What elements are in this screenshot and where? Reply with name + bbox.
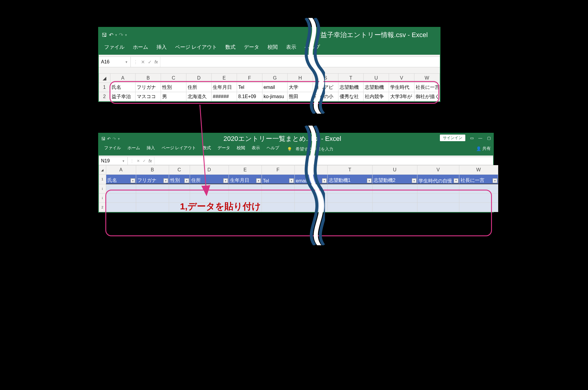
cell[interactable] <box>327 194 372 203</box>
col-header[interactable]: V <box>417 165 459 175</box>
cell[interactable] <box>190 184 229 194</box>
col-header[interactable]: D <box>190 165 229 175</box>
cell[interactable] <box>417 194 459 203</box>
cell[interactable]: 住所 <box>186 83 212 92</box>
col-header[interactable]: T <box>327 165 372 175</box>
cell[interactable] <box>372 184 417 194</box>
col-header[interactable]: V <box>389 74 414 83</box>
row-header[interactable]: i <box>99 194 106 203</box>
tab-help[interactable]: ヘルプ <box>265 144 280 154</box>
col-header[interactable]: G <box>262 74 288 83</box>
table-header-cell[interactable]: フリガナ▾ <box>136 175 169 184</box>
cell[interactable]: 生年月日 <box>212 83 237 92</box>
cell[interactable]: マスココ <box>136 92 161 101</box>
cell[interactable] <box>169 203 190 212</box>
undo-icon[interactable]: ↶ <box>107 136 111 141</box>
table-header-cell[interactable]: 志望動機1▾ <box>327 175 372 184</box>
minimize-icon[interactable]: — <box>478 136 482 140</box>
cell[interactable]: 自己アピ <box>313 83 338 92</box>
save-icon[interactable]: 🖫 <box>102 32 107 38</box>
row-header[interactable]: 1 <box>99 83 110 92</box>
table-header-cell[interactable]: email▾ <box>294 175 327 184</box>
col-header[interactable]: A <box>110 74 136 83</box>
col-header[interactable]: W <box>459 165 498 175</box>
cancel-icon[interactable]: ✕ <box>137 159 140 163</box>
table-header-cell[interactable]: 氏名▾ <box>106 175 136 184</box>
tab-view[interactable]: 表示 <box>250 144 261 154</box>
cell[interactable]: ###### <box>212 92 237 101</box>
chevron-down-icon[interactable]: ▼ <box>122 159 125 163</box>
filter-dropdown-icon[interactable]: ▾ <box>223 178 228 183</box>
cell[interactable] <box>229 203 262 212</box>
cell[interactable]: 大学3年が <box>389 92 414 101</box>
cell[interactable] <box>459 184 498 194</box>
col-header[interactable]: G <box>294 165 327 175</box>
filter-dropdown-icon[interactable]: ▾ <box>256 178 261 183</box>
cell[interactable]: email <box>262 83 288 92</box>
cell[interactable] <box>106 184 136 194</box>
tab-insert[interactable]: 挿入 <box>145 144 156 154</box>
cell[interactable]: 8.1E+09 <box>237 92 262 101</box>
cell[interactable]: Tel <box>237 83 262 92</box>
row-header[interactable]: 1 <box>99 175 106 184</box>
spreadsheet-grid[interactable]: ◢ A B C D E F G H S T U V W 1 氏名 <box>99 73 440 101</box>
cell[interactable]: 学生時代 <box>389 83 414 92</box>
cell[interactable] <box>136 184 169 194</box>
tab-home[interactable]: ホーム <box>126 144 141 154</box>
tab-help[interactable]: ヘルプ <box>303 42 321 52</box>
table-header-cell[interactable]: Tel▾ <box>262 175 294 184</box>
cell[interactable] <box>169 184 190 194</box>
cell[interactable] <box>417 203 459 212</box>
cell[interactable] <box>417 184 459 194</box>
save-icon[interactable]: 🖫 <box>101 136 105 141</box>
redo-icon[interactable]: ↷ <box>113 136 116 141</box>
tab-data[interactable]: データ <box>243 42 260 52</box>
fx-icon[interactable]: fx <box>149 159 152 163</box>
tab-formulas[interactable]: 数式 <box>201 144 212 154</box>
cell[interactable] <box>327 203 372 212</box>
ribbon-display-icon[interactable]: ▭ <box>470 136 474 140</box>
enter-icon[interactable]: ✓ <box>148 59 152 65</box>
col-header[interactable]: S <box>313 74 338 83</box>
formula-input[interactable] <box>154 157 493 165</box>
tab-insert[interactable]: 挿入 <box>155 42 168 52</box>
tab-view[interactable]: 表示 <box>285 42 297 52</box>
col-header[interactable]: A <box>106 165 136 175</box>
cancel-icon[interactable]: ✕ <box>141 59 145 65</box>
col-header[interactable]: W <box>414 74 440 83</box>
col-header[interactable]: T <box>338 74 364 83</box>
cell[interactable] <box>294 194 327 203</box>
col-header[interactable]: C <box>161 74 186 83</box>
chevron-down-icon[interactable]: ▼ <box>125 60 128 64</box>
cell[interactable]: 性別 <box>161 83 186 92</box>
cell[interactable]: フリガナ <box>136 83 161 92</box>
filter-dropdown-icon[interactable]: ▾ <box>184 178 189 183</box>
cell[interactable]: 社長に一言 <box>414 83 440 92</box>
signin-button[interactable]: サインイン <box>440 135 465 141</box>
cell[interactable] <box>294 184 327 194</box>
tab-layout[interactable]: ページ レイアウト <box>160 144 197 154</box>
filter-dropdown-icon[interactable]: ▾ <box>412 178 417 183</box>
cell[interactable]: 益子幸治 <box>110 92 136 101</box>
cell[interactable] <box>169 194 190 203</box>
cell[interactable] <box>327 184 372 194</box>
cell[interactable] <box>229 184 262 194</box>
cell[interactable]: 御社が描く <box>414 92 440 101</box>
col-header[interactable]: U <box>372 165 417 175</box>
cell[interactable]: 社内競争 <box>364 92 389 101</box>
cell[interactable] <box>372 203 417 212</box>
cell[interactable] <box>262 194 294 203</box>
cell[interactable] <box>262 184 294 194</box>
row-header[interactable]: 2 <box>99 203 106 212</box>
col-header[interactable]: E <box>229 165 262 175</box>
cell[interactable] <box>190 194 229 203</box>
cell[interactable] <box>106 194 136 203</box>
cell[interactable]: 大学 <box>288 83 313 92</box>
redo-icon[interactable]: ↷ <box>119 32 123 38</box>
filter-dropdown-icon[interactable]: ▾ <box>367 178 372 183</box>
col-header[interactable]: B <box>136 165 169 175</box>
table-header-cell[interactable]: 学生時代の自慢▾ <box>417 175 459 184</box>
undo-icon[interactable]: ↶ <box>109 32 113 38</box>
corner-cell[interactable]: ◢ <box>99 165 106 175</box>
cell[interactable] <box>459 194 498 203</box>
